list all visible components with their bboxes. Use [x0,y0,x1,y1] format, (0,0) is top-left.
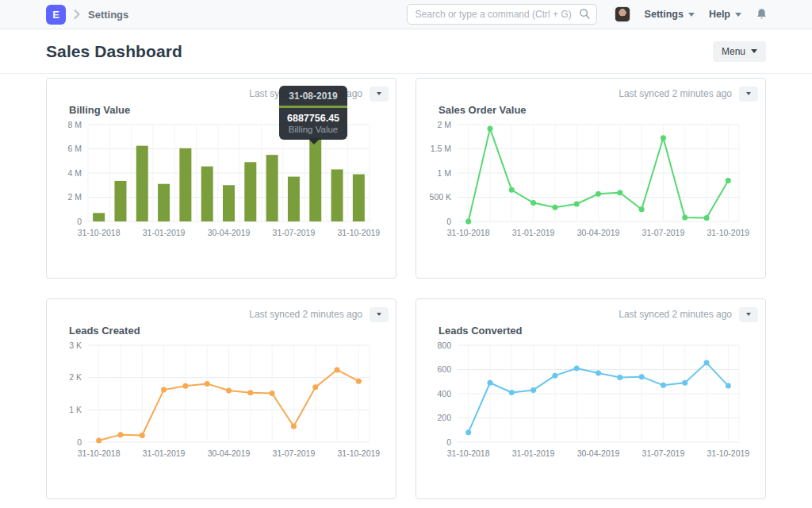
svg-text:8 M: 8 M [67,120,82,129]
card-header: Last synced 2 minutes ago [416,299,765,322]
caret-down-icon [377,313,381,316]
help-menu-label: Help [709,9,730,20]
app-logo-letter: E [52,9,59,21]
app-logo[interactable]: E [46,5,66,25]
chart-title: Leads Converted [439,325,765,337]
svg-text:31-10-2019: 31-10-2019 [707,228,749,237]
last-synced-label: Last synced 2 minutes ago [619,309,732,320]
svg-text:0: 0 [446,217,451,226]
svg-text:1 K: 1 K [69,405,82,414]
search-icon [579,8,591,23]
svg-text:31-07-2019: 31-07-2019 [273,228,316,237]
caret-down-icon [688,13,695,17]
chart-tooltip: 31-08-2019 6887756.45 Billing Value [279,86,347,140]
svg-text:31-01-2019: 31-01-2019 [512,228,555,237]
svg-text:31-10-2019: 31-10-2019 [707,448,749,458]
card-actions-dropdown[interactable] [370,307,389,322]
dashboard-grid: Last synced 2 minutes ago Billing Value … [0,74,812,507]
svg-text:1 M: 1 M [437,168,451,178]
page-head: Sales Dashboard Menu [0,29,812,74]
svg-text:800: 800 [437,341,451,350]
card-actions-dropdown[interactable] [739,87,758,102]
svg-text:30-04-2019: 30-04-2019 [208,228,251,237]
svg-text:0: 0 [446,437,451,447]
svg-text:31-10-2019: 31-10-2019 [337,448,380,458]
help-menu[interactable]: Help [709,9,741,20]
card-header: Last synced 2 minutes ago [47,299,396,322]
svg-text:200: 200 [437,413,451,422]
caret-down-icon [735,13,741,17]
page-title: Sales Dashboard [46,42,182,61]
search-box [407,4,597,25]
svg-text:3 K: 3 K [69,341,82,350]
svg-text:2 M: 2 M [437,120,451,129]
card-actions-dropdown[interactable] [370,87,389,102]
caret-down-icon [751,49,757,53]
chart-title: Sales Order Value [439,104,765,116]
svg-text:31-01-2019: 31-01-2019 [143,448,186,458]
svg-text:30-04-2019: 30-04-2019 [577,228,620,237]
settings-menu[interactable]: Settings [645,9,695,20]
svg-text:31-10-2018: 31-10-2018 [447,448,490,458]
svg-text:30-04-2019: 30-04-2019 [208,448,251,458]
svg-text:500 K: 500 K [430,192,451,202]
svg-text:31-07-2019: 31-07-2019 [642,448,685,458]
svg-text:31-07-2019: 31-07-2019 [273,448,316,458]
notifications-bell-icon[interactable] [756,8,768,21]
caret-down-icon [377,92,381,95]
breadcrumb[interactable]: Settings [88,9,128,21]
leads-created-chart[interactable]: 01 K2 K3 K31-10-201831-01-201930-04-2019… [56,337,396,467]
svg-text:31-10-2018: 31-10-2018 [78,228,121,237]
caret-down-icon [746,313,751,316]
menu-button-label: Menu [722,46,745,57]
svg-text:31-10-2018: 31-10-2018 [447,228,490,237]
svg-text:2 M: 2 M [67,192,82,202]
tooltip-series-label: Billing Value [279,124,347,140]
tooltip-value: 6887756.45 [279,108,347,124]
svg-text:31-10-2018: 31-10-2018 [78,448,121,458]
settings-menu-label: Settings [645,9,684,20]
svg-text:4 M: 4 M [67,168,82,178]
svg-text:2 K: 2 K [69,372,82,382]
chevron-right-icon [74,10,80,19]
navbar: E Settings Settings Help [0,0,812,29]
card-header: Last synced 2 minutes ago [416,79,765,102]
caret-down-icon [746,92,751,95]
tooltip-pointer [309,140,319,144]
tooltip-date: 31-08-2019 [279,86,347,106]
svg-text:0: 0 [77,437,82,447]
svg-text:31-01-2019: 31-01-2019 [512,448,555,458]
chart-title: Leads Created [69,325,396,337]
svg-text:31-07-2019: 31-07-2019 [642,228,685,237]
menu-button[interactable]: Menu [713,41,766,62]
last-synced-label: Last synced 2 minutes ago [619,88,732,99]
svg-text:400: 400 [437,389,451,398]
user-avatar[interactable] [615,6,630,22]
card-leads-converted: Last synced 2 minutes ago Leads Converte… [416,298,766,499]
card-sales-order-value: Last synced 2 minutes ago Sales Order Va… [416,78,766,279]
sales-order-value-chart[interactable]: 0500 K1 M1.5 M2 M31-10-201831-01-201930-… [426,116,765,246]
last-synced-label: Last synced 2 minutes ago [249,309,362,320]
svg-text:30-04-2019: 30-04-2019 [577,448,620,458]
navbar-right: Settings Help [615,6,768,22]
search-input[interactable] [407,4,597,25]
svg-text:0: 0 [77,217,82,226]
svg-text:31-10-2019: 31-10-2019 [337,228,380,237]
card-leads-created: Last synced 2 minutes ago Leads Created … [46,298,396,499]
svg-text:1.5 M: 1.5 M [431,144,451,153]
svg-text:600: 600 [437,364,451,374]
svg-text:31-01-2019: 31-01-2019 [143,228,186,237]
svg-text:6 M: 6 M [67,144,82,153]
leads-converted-chart[interactable]: 020040060080031-10-201831-01-201930-04-2… [426,337,765,467]
card-actions-dropdown[interactable] [739,307,758,322]
card-billing-value: Last synced 2 minutes ago Billing Value … [46,78,396,279]
